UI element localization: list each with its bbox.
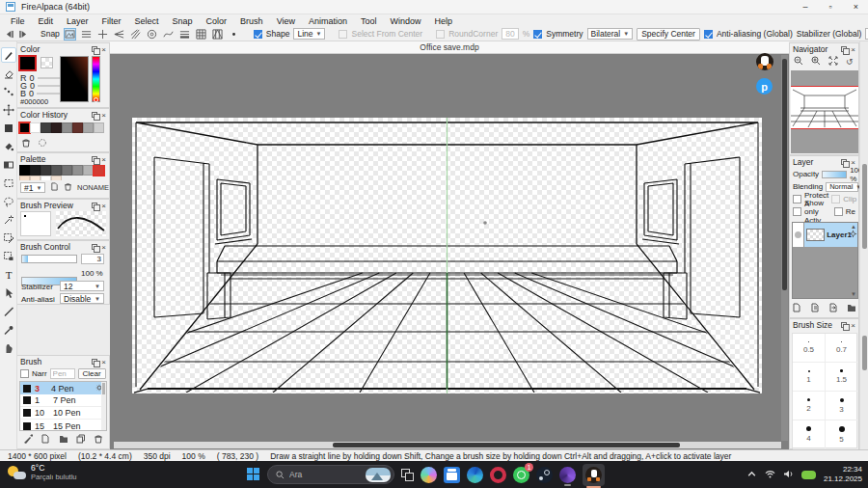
navigator-thumbnail[interactable] [791,70,858,153]
history-swatch[interactable] [62,122,72,133]
close-icon[interactable]: × [101,358,106,366]
layer-row-selected[interactable]: Layer1 [793,223,857,247]
dock-icon[interactable] [841,159,847,165]
menu-edit[interactable]: Edit [32,16,61,26]
palette-swatch[interactable] [41,165,51,176]
gradient-tool[interactable] [1,157,16,173]
select-pen-tool[interactable] [1,230,16,246]
snap-circle-icon[interactable] [146,28,158,41]
snap-curve-icon[interactable] [162,28,175,41]
dock-icon[interactable] [841,322,847,328]
symmetry-select[interactable]: Bilateral▼ [587,28,634,40]
select-rectangle-tool[interactable] [1,176,16,191]
snap-dot-icon[interactable] [228,28,240,41]
close-icon[interactable]: × [101,243,106,252]
canvas-vertical-scrollbar[interactable] [781,55,788,441]
close-icon[interactable]: × [101,155,106,164]
brush-list-item[interactable]: 10 10 Pen [20,407,106,420]
trash-icon[interactable] [21,138,31,149]
text-tool[interactable]: T [1,267,16,283]
history-swatch[interactable] [83,122,94,133]
menu-snap[interactable]: Snap [166,16,200,26]
show-only-active-checkbox[interactable] [793,207,801,216]
search-input[interactable] [289,470,357,479]
fill-rect-tool[interactable] [1,121,16,136]
dock-icon[interactable] [92,244,97,250]
zoom-in-icon[interactable] [811,56,821,68]
snap-parallel-icon[interactable] [80,28,93,41]
reset-rotation-icon[interactable]: ↺ [846,57,854,67]
menu-tool[interactable]: Tool [354,16,384,26]
wifi-icon[interactable] [765,469,775,481]
steam-icon[interactable] [536,467,553,483]
snap-ruled-icon[interactable] [178,28,191,41]
new-doc-icon[interactable] [41,434,50,446]
firealpaca-taskbar-icon[interactable] [583,464,605,486]
close-button[interactable]: × [854,2,858,12]
hue-selector[interactable] [94,97,98,102]
snap-radial-icon[interactable] [129,28,142,41]
b-slider[interactable] [37,93,60,95]
scroll-up-icon[interactable]: ▲ [851,224,856,230]
magic-wand-tool[interactable] [1,212,16,228]
roundcorner-checkbox[interactable] [436,30,445,39]
history-swatch[interactable] [19,122,30,133]
next-button[interactable] [18,28,27,40]
dock-icon[interactable] [92,46,97,52]
antialiasing-checkbox[interactable] [704,30,713,39]
target-icon[interactable] [38,138,47,149]
palette-swatch[interactable] [51,176,62,180]
brush-clear-button[interactable]: Clear [78,368,106,379]
minimize-button[interactable]: – [803,2,808,12]
folder-icon[interactable] [59,434,68,446]
brush-size-option[interactable]: 3 [826,392,858,420]
start-button[interactable] [247,468,260,481]
select-lasso-tool[interactable] [1,194,16,209]
clock[interactable]: 22:34 21.12.2025 [824,465,862,483]
controller-icon[interactable] [801,471,816,479]
brush-search-input[interactable] [50,368,75,379]
add-brush-icon[interactable] [23,434,33,446]
zoom-out-icon[interactable] [794,56,803,68]
folder-icon[interactable] [847,303,856,314]
maximize-button[interactable]: ▫ [829,2,832,12]
dock-icon[interactable] [92,156,97,162]
dot-pen-tool[interactable] [1,84,16,99]
fit-view-icon[interactable] [828,56,838,68]
brush-size-option[interactable]: 0.7 [826,334,858,363]
snap-off-icon[interactable] [64,28,76,41]
firealpaca-mascot-icon[interactable] [756,53,773,70]
transfer-layer-icon[interactable] [828,303,838,314]
brush-list-item[interactable]: 1 7 Pen [20,394,106,407]
specify-center-button[interactable]: Specify Center [637,28,700,41]
panel-scrollbar[interactable] [859,41,868,449]
dock-icon[interactable] [92,359,97,365]
snap-perspective-icon[interactable] [211,28,224,41]
palette-swatch[interactable] [41,176,51,180]
new-layer-icon[interactable] [792,303,801,314]
close-icon[interactable]: × [101,111,106,120]
line-tool[interactable] [1,304,16,319]
close-icon[interactable]: × [851,45,855,54]
blending-select[interactable]: Normal▼ [826,182,858,192]
palette-swatch[interactable] [19,165,30,176]
new-page-icon[interactable] [50,182,59,193]
brush-size-option[interactable]: 0.5 [793,334,826,363]
layer-visibility-toggle[interactable] [793,223,804,247]
g-slider[interactable] [38,85,61,87]
search-box[interactable] [267,465,394,484]
brush-size-option[interactable]: 4 [793,420,826,449]
palette-swatch-selected[interactable] [94,165,104,176]
dock-icon[interactable] [841,46,847,52]
dock-icon[interactable] [92,203,97,208]
brush-size-option[interactable]: 5 [826,420,858,449]
menu-file[interactable]: File [4,16,32,26]
menu-filter[interactable]: Filter [95,16,128,26]
menu-animation[interactable]: Animation [302,16,354,26]
menu-color[interactable]: Color [200,16,234,26]
prev-button[interactable] [6,28,14,40]
close-icon[interactable]: × [101,202,106,210]
menu-brush[interactable]: Brush [233,16,270,26]
task-view-button[interactable] [401,469,414,481]
brush-tool[interactable] [1,47,16,63]
